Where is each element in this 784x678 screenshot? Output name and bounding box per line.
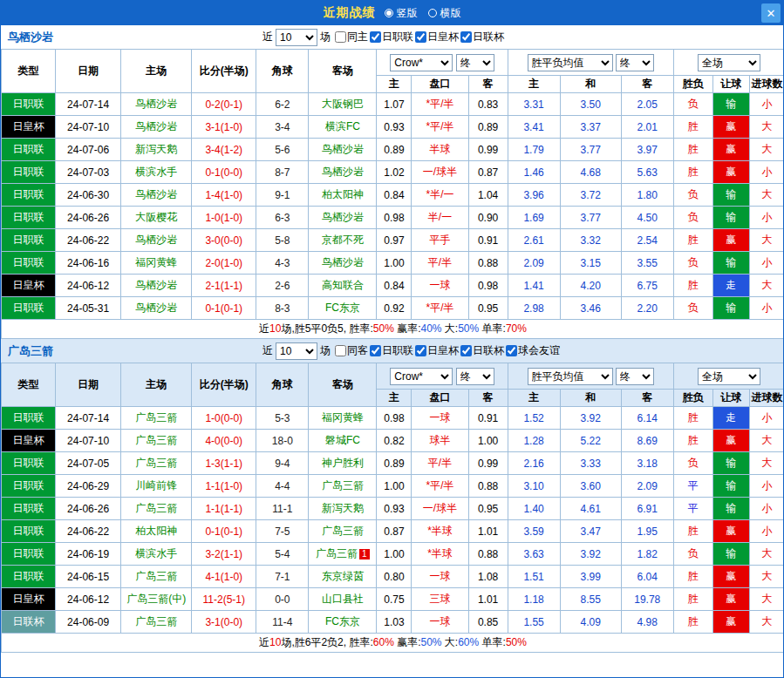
- home-team-link[interactable]: 横滨水手: [135, 547, 177, 559]
- sub-col-home-odds: 主: [377, 390, 412, 407]
- checkbox-input[interactable]: [415, 31, 426, 43]
- home-team-link[interactable]: 鸟栖沙岩: [135, 234, 177, 246]
- team-section: 广岛三箭 近 10 场 同客日职联日皇杯日联杯球会友谊 类型 日期 主场 比分(…: [1, 339, 783, 653]
- corner-score: 9-1: [256, 184, 309, 207]
- filter-checkbox[interactable]: 同主: [335, 30, 368, 44]
- away-team-link[interactable]: 柏太阳神: [322, 188, 364, 200]
- close-button[interactable]: ✕: [761, 3, 781, 23]
- away-team-link[interactable]: 鸟栖沙岩: [322, 256, 364, 268]
- home-team-link[interactable]: 广岛三箭: [135, 502, 177, 514]
- filter-checkbox[interactable]: 同客: [335, 343, 368, 358]
- col-home: 主场: [121, 363, 192, 407]
- score: 3-4(1-2): [192, 139, 256, 161]
- avg-lose-odds: 2.09: [621, 475, 673, 498]
- radio-icon[interactable]: [428, 9, 437, 17]
- away-team-link[interactable]: 高知联合: [322, 279, 364, 291]
- summary-segment: 近: [259, 322, 269, 335]
- filter-checkbox[interactable]: 日皇杯: [415, 30, 459, 44]
- away-team-link[interactable]: 新泻天鹅: [322, 502, 364, 514]
- checkbox-input[interactable]: [370, 345, 381, 356]
- away-team-cell: 新泻天鹅: [309, 498, 377, 520]
- avg-win-odds: 1.28: [508, 430, 560, 452]
- filter-checkbox[interactable]: 日皇杯: [415, 343, 459, 358]
- away-team-link[interactable]: 神户胜利: [322, 457, 364, 469]
- away-team-link[interactable]: 广岛三箭: [316, 547, 358, 559]
- away-team-link[interactable]: 磐城FC: [325, 434, 360, 446]
- avg-odds-select[interactable]: 胜平负均值: [528, 368, 613, 385]
- checkbox-input[interactable]: [460, 345, 472, 356]
- home-team-link[interactable]: 鸟栖沙岩: [135, 188, 177, 200]
- filter-checkbox[interactable]: 日职联: [370, 343, 413, 358]
- match-count-select[interactable]: 10: [276, 29, 317, 46]
- checkbox-input[interactable]: [370, 31, 381, 43]
- away-team-link[interactable]: 广岛三箭: [322, 479, 364, 492]
- away-team-link[interactable]: 大阪钢巴: [322, 98, 364, 110]
- home-team-link[interactable]: 大阪樱花: [135, 211, 177, 223]
- avg-odds-select[interactable]: 胜平负均值: [528, 54, 613, 71]
- home-team-link[interactable]: 鸟栖沙岩: [135, 279, 177, 291]
- match-count-select[interactable]: 10: [276, 342, 317, 360]
- handicap-line: 一球: [412, 611, 468, 634]
- layout-radio-竖版[interactable]: 竖版: [385, 6, 418, 21]
- col-date: 日期: [56, 363, 121, 407]
- radio-icon[interactable]: [385, 9, 393, 17]
- match-result: 负: [673, 184, 712, 207]
- final-avg-select[interactable]: 终: [616, 368, 654, 385]
- away-team-link[interactable]: 福冈黄蜂: [322, 411, 364, 424]
- home-team-link[interactable]: 鸟栖沙岩: [135, 98, 177, 110]
- away-team-link[interactable]: FC东京: [325, 302, 360, 314]
- avg-draw-odds: 3.47: [560, 520, 621, 543]
- home-team-link[interactable]: 广岛三箭: [135, 570, 177, 582]
- final-avg-select[interactable]: 终: [616, 54, 654, 71]
- avg-draw-odds: 4.09: [560, 611, 621, 634]
- filter-checkbox[interactable]: 日联杯: [460, 343, 504, 358]
- away-team-link[interactable]: 京都不死: [322, 234, 364, 246]
- home-team-link[interactable]: 广岛三箭: [135, 411, 177, 424]
- away-team-link[interactable]: 横滨FC: [325, 120, 360, 132]
- away-team-link[interactable]: FC东京: [325, 615, 360, 627]
- home-team-link[interactable]: 广岛三箭(中): [126, 593, 186, 605]
- odds-source-select[interactable]: Crow*: [390, 54, 453, 71]
- checkbox-input[interactable]: [460, 31, 472, 43]
- odds-source-select[interactable]: Crow*: [390, 368, 453, 385]
- results-table: 类型 日期 主场 比分(半场) 角球 客场 Crow* 终 胜平负均值 终: [1, 49, 784, 339]
- table-head: 类型 日期 主场 比分(半场) 角球 客场 Crow* 终 胜平负均值 终: [2, 50, 784, 93]
- score: 3-2(1-1): [192, 543, 256, 566]
- checkbox-label: 日皇杯: [427, 343, 459, 358]
- final-odds-select[interactable]: 终: [456, 368, 494, 385]
- match-row: 日职联24-05-31鸟栖沙岩0-1(0-1)8-3FC东京0.92*平/半0.…: [2, 297, 784, 320]
- home-team-link[interactable]: 鸟栖沙岩: [135, 120, 177, 132]
- filter-checkbox[interactable]: 日职联: [370, 30, 413, 44]
- league-badge: 日职联: [2, 252, 56, 275]
- filter-checkbox[interactable]: 日联杯: [460, 30, 504, 44]
- away-team-link[interactable]: 广岛三箭: [322, 525, 364, 537]
- scope-select[interactable]: 全场: [698, 54, 760, 71]
- away-team-link[interactable]: 山口县社: [322, 593, 364, 605]
- home-team-link[interactable]: 广岛三箭: [135, 457, 177, 469]
- away-team-link[interactable]: 鸟栖沙岩: [322, 211, 364, 223]
- home-team-link[interactable]: 柏太阳神: [135, 525, 177, 537]
- away-team-link[interactable]: 鸟栖沙岩: [322, 166, 364, 178]
- layout-radio-横版[interactable]: 横版: [428, 6, 461, 21]
- summary-segment: 60%: [458, 636, 479, 648]
- away-team-link[interactable]: 东京绿茵: [322, 570, 364, 582]
- home-team-link[interactable]: 鸟栖沙岩: [135, 302, 177, 314]
- goals-result: 小: [749, 252, 784, 275]
- home-team-link[interactable]: 广岛三箭: [135, 615, 177, 627]
- col-score: 比分(半场): [192, 50, 256, 93]
- handicap-home-odds: 0.93: [377, 498, 412, 520]
- home-team-link[interactable]: 川崎前锋: [135, 479, 177, 492]
- home-team-link[interactable]: 广岛三箭: [135, 434, 177, 446]
- checkbox-input[interactable]: [415, 345, 426, 356]
- checkbox-input[interactable]: [335, 345, 346, 356]
- home-team-link[interactable]: 横滨水手: [135, 166, 177, 178]
- scope-select[interactable]: 全场: [698, 368, 760, 385]
- home-team-link[interactable]: 福冈黄蜂: [135, 256, 177, 268]
- final-odds-select[interactable]: 终: [456, 54, 494, 71]
- avg-win-odds: 2.98: [508, 297, 560, 320]
- away-team-link[interactable]: 鸟栖沙岩: [322, 143, 364, 155]
- home-team-link[interactable]: 新泻天鹅: [135, 143, 177, 155]
- checkbox-input[interactable]: [335, 31, 346, 43]
- checkbox-input[interactable]: [506, 345, 517, 356]
- filter-checkbox[interactable]: 球会友谊: [506, 343, 560, 358]
